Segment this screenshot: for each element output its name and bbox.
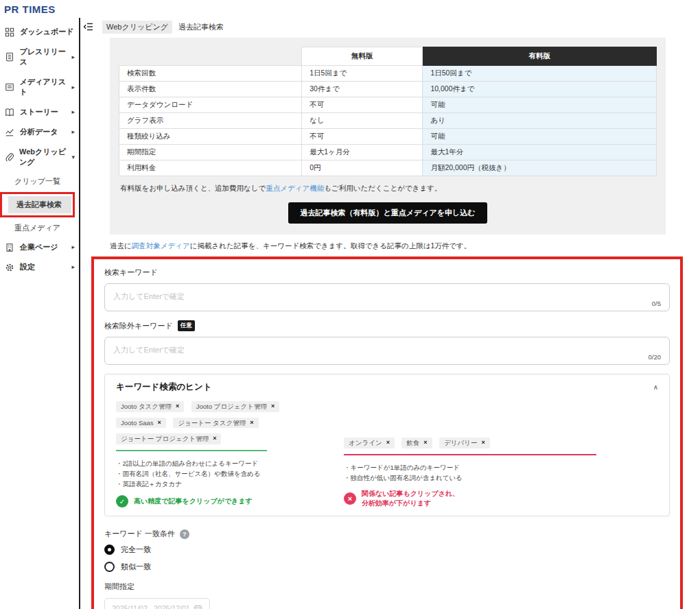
sidebar-subitem-focus-media[interactable]: 重点メディア: [0, 219, 79, 237]
plan-row-label: 利用料金: [119, 160, 302, 176]
check-circle-icon: [116, 495, 128, 508]
plan-row-free-value: 最大1ヶ月分: [302, 145, 423, 160]
sidebar-item-analytics[interactable]: 分析データ: [0, 122, 79, 142]
match-condition-label: キーワード 一致条件: [104, 529, 670, 539]
book-icon: [5, 108, 15, 117]
optional-badge: 任意: [178, 320, 195, 331]
sidebar-item-label: 分析データ: [20, 127, 58, 137]
plan-row-label: 種類絞り込み: [119, 129, 302, 145]
sidebar-item-story[interactable]: ストーリー: [0, 102, 79, 122]
keyword-tag[interactable]: Jooto プロジェクト管理: [191, 401, 279, 412]
plan-row-paid-value: 月額20,000円（税抜き）: [423, 160, 657, 176]
building-icon: [5, 243, 15, 252]
sidebar-item-label: メディアリスト: [19, 77, 71, 97]
plan-table-row: 期間指定 最大1ヶ月分 最大1年分: [119, 145, 657, 160]
plan-header-free: 無料版: [302, 47, 423, 66]
sidebar-subitem-past-article-search[interactable]: 過去記事検索: [8, 196, 71, 213]
apply-paid-plan-button[interactable]: 過去記事検索（有料版）と重点メディアを申し込む: [288, 202, 487, 224]
plan-row-free-value: 30件まで: [302, 82, 423, 97]
plan-row-paid-value: あり: [423, 113, 657, 129]
plan-table-row: 検索回数 1日5回まで 1日50回まで: [119, 66, 657, 82]
remove-tag-icon[interactable]: [158, 420, 161, 426]
keyword-tag[interactable]: ジョートー タスク管理: [173, 418, 258, 429]
plan-row-free-value: 不可: [302, 97, 423, 113]
keyword-tag[interactable]: デリバリー: [439, 438, 490, 449]
annotation-red-box-sidebar: 過去記事検索: [0, 192, 75, 217]
sidebar-item-pressrelease[interactable]: プレスリリース: [0, 42, 79, 72]
chevron-right-icon: [71, 264, 75, 270]
annotation-red-box-search-form: 検索キーワード 入力してEnterで確定 0/5 検索除外キーワード 任意 入力…: [91, 256, 683, 609]
sidebar-item-label: 企業ページ: [20, 242, 58, 252]
help-icon[interactable]: [180, 529, 189, 539]
plan-row-label: グラフ表示: [119, 113, 302, 129]
plan-row-paid-value: 可能: [423, 129, 657, 145]
dashboard-grid-icon: [5, 27, 15, 37]
good-underline: [116, 450, 267, 451]
line-chart-icon: [5, 128, 15, 137]
breadcrumb: Webクリッピング 過去記事検索: [102, 21, 224, 34]
remove-tag-icon[interactable]: [271, 403, 275, 409]
plan-note-text: 有料版をお申し込み頂くと、追加費用なしで: [120, 184, 266, 192]
sidebar-subitem-clip-list[interactable]: クリップ一覧: [0, 172, 79, 191]
bad-point: ・独自性が低い固有名詞が含まれている: [344, 473, 658, 483]
radio-icon: [104, 545, 115, 555]
good-point: ・2語以上の単語の組み合わせによるキーワード: [116, 458, 311, 468]
sidebar-collapse-icon[interactable]: [83, 21, 94, 32]
sidebar-item-dashboard[interactable]: ダッシュボード: [0, 22, 79, 42]
plan-row-free-value: 0円: [302, 160, 423, 176]
prtimes-logo: PR TIMES: [4, 3, 56, 15]
remove-tag-icon[interactable]: [250, 420, 253, 426]
breadcrumb-section[interactable]: Webクリッピング: [102, 21, 172, 34]
remove-tag-icon[interactable]: [386, 440, 390, 446]
sidebar-item-webclipping[interactable]: Webクリッピング: [0, 142, 79, 172]
keyword-tag[interactable]: オンライン: [344, 438, 395, 449]
plan-comparison-table: 無料版 有料版 検索回数 1日5回まで 1日50回まで: [119, 47, 657, 176]
remove-tag-icon[interactable]: [423, 440, 427, 446]
exclude-keyword-input[interactable]: 入力してEnterで確定 0/20: [104, 337, 670, 365]
keyword-tag-label: オンライン: [349, 440, 382, 446]
match-radio-option[interactable]: 類似一致: [104, 562, 670, 572]
plan-row-label: データダウンロード: [119, 97, 302, 113]
remove-tag-icon[interactable]: [176, 403, 179, 409]
sidebar-item-label: ストーリー: [20, 107, 58, 117]
radio-label: 類似一致: [121, 562, 151, 572]
plan-row-paid-value: 1日50回まで: [423, 66, 657, 82]
keyword-tag-label: デリバリー: [444, 440, 477, 446]
plan-row-paid-value: 10,000件まで: [423, 82, 657, 97]
date-range-input[interactable]: 2025/11/02 - 2025/12/01: [104, 598, 210, 609]
remove-tag-icon[interactable]: [481, 440, 485, 446]
sidebar-item-label: ダッシュボード: [20, 27, 74, 37]
sidebar-item-settings[interactable]: 設定: [0, 257, 79, 277]
remove-tag-icon[interactable]: [213, 435, 216, 442]
gear-icon: [5, 263, 15, 272]
exclude-keyword-label: 検索除外キーワード 任意: [104, 320, 670, 331]
sidebar-item-label: プレスリリース: [20, 47, 72, 67]
keyword-tag[interactable]: ジョートー プロジェクト管理: [116, 433, 221, 444]
plan-comparison-panel: 無料版 有料版 検索回数 1日5回まで 1日50回まで: [110, 38, 666, 235]
search-keyword-input[interactable]: 入力してEnterで確定 0/5: [104, 283, 670, 311]
plan-header-paid: 有料版: [423, 47, 657, 66]
exclude-counter: 0/20: [649, 353, 662, 361]
sidebar-item-medialist[interactable]: メディアリスト: [0, 72, 79, 102]
bad-keyword-examples: オンライン 飲食 デリバリー ・キーワードが1単語のみのキーワード: [344, 400, 658, 508]
collapse-chevron-icon[interactable]: [653, 383, 658, 391]
plan-table-row: 種類絞り込み 不可 可能: [119, 129, 657, 145]
match-radio-option[interactable]: 完全一致: [104, 545, 670, 555]
focus-media-feature-link[interactable]: 重点メディア機能: [266, 184, 324, 192]
plan-table-row: データダウンロード 不可 可能: [119, 97, 657, 113]
chevron-down-icon: [71, 154, 75, 160]
radio-icon: [104, 562, 115, 572]
plan-row-paid-value: 可能: [423, 97, 657, 113]
main-content: Webクリッピング 過去記事検索 無料版 有料版: [79, 18, 700, 609]
input-placeholder: 入力してEnterで確定: [113, 346, 185, 354]
radio-label: 完全一致: [121, 545, 151, 555]
chevron-right-icon: [71, 54, 75, 60]
keyword-tag[interactable]: Jooto Saas: [116, 418, 166, 429]
keyword-tag[interactable]: 飲食: [401, 438, 432, 449]
keyword-tag-label: ジョートー タスク管理: [178, 420, 246, 427]
sidebar-item-company-page[interactable]: 企業ページ: [0, 237, 79, 257]
sidebar-subitem-label: 重点メディア: [14, 224, 60, 232]
target-media-link[interactable]: 調査対象メディア: [132, 241, 190, 250]
keyword-tag[interactable]: Jooto タスク管理: [116, 401, 184, 412]
paperclip-icon: [5, 152, 14, 162]
